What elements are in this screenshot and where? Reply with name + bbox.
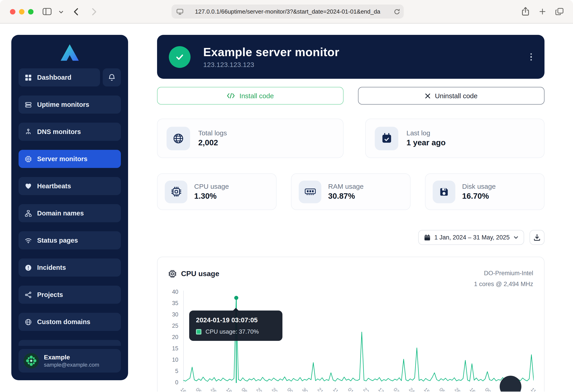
tooltip-series-swatch xyxy=(196,329,201,334)
y-tick-label: 0 xyxy=(161,379,178,386)
dns-monitors-icon xyxy=(24,128,32,135)
sidebar-item-domain-names[interactable]: Domain names xyxy=(18,204,121,222)
x-tick-label: 15-12 xyxy=(423,387,436,392)
calendar-check-icon xyxy=(375,126,398,150)
y-tick-label: 5 xyxy=(161,368,178,374)
tooltip-value: CPU usage: 37.70% xyxy=(205,328,259,335)
user-name: Example xyxy=(44,354,99,361)
window-controls xyxy=(10,9,34,15)
x-tick-label: 22-09 xyxy=(362,387,375,392)
highlight-dot xyxy=(234,296,238,300)
uptime-monitors-icon xyxy=(24,101,32,108)
close-window-button[interactable] xyxy=(10,9,15,15)
sidebar-item-custom-domains[interactable]: Custom domains xyxy=(18,313,121,331)
x-tick-label: 29-04 xyxy=(256,387,269,392)
domain-names-sitemap-icon xyxy=(24,210,32,217)
status-check-icon xyxy=(169,46,191,68)
cpu-usage-value: 1.30% xyxy=(194,192,229,201)
x-tick-label: 01-09 xyxy=(347,387,360,392)
globe-icon xyxy=(167,126,190,150)
ram-usage-value: 30.87% xyxy=(328,192,364,201)
sidebar-nav: Dashboard Uptime monitors xyxy=(18,68,121,346)
kebab-menu-icon[interactable] xyxy=(528,51,535,63)
y-tick-label: 20 xyxy=(161,334,178,340)
x-tick-label: 09-06 xyxy=(286,387,299,392)
x-tick-label: 26-02 xyxy=(210,387,223,392)
sidebar-item-label: Dashboard xyxy=(37,74,72,81)
tab-overview-icon[interactable] xyxy=(555,8,563,15)
install-code-button[interactable]: Install code xyxy=(157,87,343,105)
dashboard-grid-icon xyxy=(24,74,32,81)
notifications-button[interactable] xyxy=(103,68,121,87)
ram-usage-card: RAM usage 30.87% xyxy=(291,173,411,210)
sidebar-item-label: DNS monitors xyxy=(37,128,81,135)
chart-title: CPU usage xyxy=(181,270,219,278)
x-tick-label: 21-07 xyxy=(317,387,329,392)
sidebar-item-label: Heartbeats xyxy=(37,182,71,190)
url-bar[interactable]: 127.0.0.1/66uptime/server-monitor/3?&sta… xyxy=(172,4,404,18)
uninstall-code-button[interactable]: Uninstall code xyxy=(358,87,544,105)
calendar-icon xyxy=(424,234,430,241)
sidebar-toggle-icon[interactable] xyxy=(43,8,52,15)
sidebar-item-label: Status pages xyxy=(37,237,78,244)
sidebar: Dashboard Uptime monitors xyxy=(11,35,128,380)
y-tick-label: 35 xyxy=(161,300,178,306)
x-tick-label: 13-10 xyxy=(377,387,390,392)
heartbeats-icon xyxy=(24,183,32,189)
sidebar-item-incidents[interactable]: Incidents xyxy=(18,258,121,277)
sidebar-item-label: Incidents xyxy=(37,264,66,271)
sidebar-item-status-pages[interactable]: Status pages xyxy=(18,231,121,249)
x-tick-label: 16-02 xyxy=(469,387,482,392)
share-icon[interactable] xyxy=(521,7,530,16)
x-tick-label: 08-04 xyxy=(240,387,253,392)
cpu-icon xyxy=(165,180,187,203)
sidebar-item-label: Custom domains xyxy=(37,318,90,325)
sidebar-item-label: Domain names xyxy=(37,210,84,217)
x-tick-label: 26-01 xyxy=(453,387,466,392)
sidebar-item-projects[interactable]: Projects xyxy=(18,286,121,304)
x-tick-label: 05-02 xyxy=(195,387,208,392)
install-code-label: Install code xyxy=(239,92,274,100)
tooltip-timestamp: 2024-01-19 03:07:05 xyxy=(196,316,276,324)
zoom-window-button[interactable] xyxy=(28,9,34,15)
sidebar-item-dashboard[interactable]: Dashboard xyxy=(18,68,100,87)
cpu-usage-label: CPU usage xyxy=(194,182,229,190)
browser-window: 127.0.0.1/66uptime/server-monitor/3?&sta… xyxy=(0,0,573,392)
sidebar-item-dns-monitors[interactable]: DNS monitors xyxy=(18,123,121,141)
forward-button[interactable] xyxy=(90,7,98,16)
sidebar-item-server-monitors[interactable]: Server monitors xyxy=(18,150,121,168)
date-range-picker[interactable]: 1 Jan, 2024 – 31 May, 2025 xyxy=(418,230,524,245)
main-content: Example server monitor 123.123.123.123 I… xyxy=(157,35,544,392)
browser-chrome: 127.0.0.1/66uptime/server-monitor/3?&sta… xyxy=(0,0,573,23)
url-text[interactable]: 127.0.0.1/66uptime/server-monitor/3?&sta… xyxy=(195,8,380,15)
bell-icon xyxy=(108,73,115,81)
page-settings-icon[interactable] xyxy=(177,8,183,15)
disk-usage-label: Disk usage xyxy=(462,182,496,190)
total-logs-label: Total logs xyxy=(198,129,227,137)
ram-usage-label: RAM usage xyxy=(328,182,364,190)
last-log-value: 1 year ago xyxy=(406,138,446,148)
app-logo[interactable] xyxy=(11,35,128,64)
total-logs-card: Total logs 2,002 xyxy=(157,119,343,158)
reload-icon[interactable] xyxy=(394,8,400,15)
y-tick-label: 15 xyxy=(161,345,178,352)
sidebar-item-uptime-monitors[interactable]: Uptime monitors xyxy=(18,95,121,114)
chevron-down-icon[interactable] xyxy=(59,10,63,14)
x-icon xyxy=(425,93,430,98)
monitor-ip: 123.123.123.123 xyxy=(203,61,339,68)
download-icon xyxy=(534,234,540,241)
back-button[interactable] xyxy=(72,7,81,16)
sidebar-item-partial[interactable] xyxy=(18,340,121,346)
disk-usage-value: 16.70% xyxy=(462,192,496,201)
avatar xyxy=(23,353,39,369)
x-tick-label: 05-01 xyxy=(438,387,451,392)
new-tab-icon[interactable] xyxy=(539,8,546,15)
projects-share-nodes-icon xyxy=(24,291,32,298)
minimize-window-button[interactable] xyxy=(19,9,24,15)
server-monitors-cpu-icon xyxy=(24,156,32,162)
sidebar-item-heartbeats[interactable]: Heartbeats xyxy=(18,177,121,195)
user-account-card[interactable]: Example sample@example.com xyxy=(18,349,121,373)
download-button[interactable] xyxy=(530,230,544,245)
status-pages-signal-icon xyxy=(24,237,32,243)
disk-usage-card: Disk usage 16.70% xyxy=(425,173,544,210)
